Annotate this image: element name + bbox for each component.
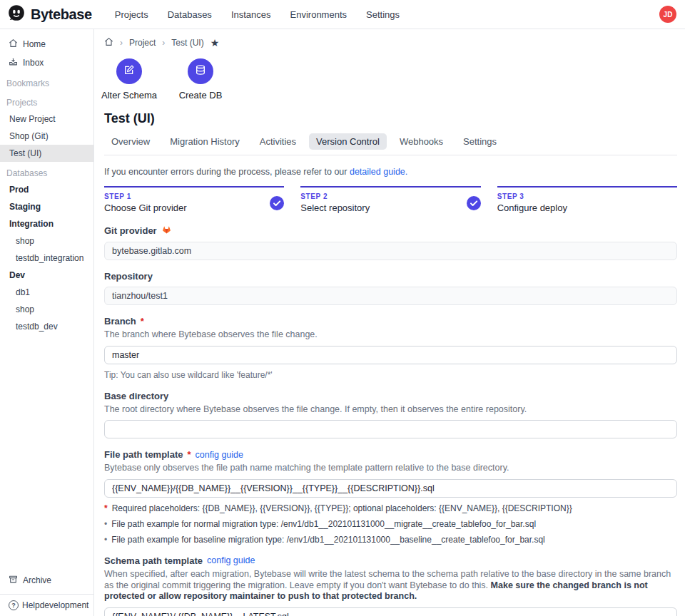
sidebar-item-shop-git[interactable]: Shop (Git)	[0, 128, 93, 145]
help-icon: ?	[9, 600, 19, 610]
schema-path-template-input[interactable]	[104, 607, 677, 616]
repository-field: Repository	[104, 271, 677, 305]
required-asterisk: *	[188, 449, 191, 460]
nav-projects[interactable]: Projects	[115, 9, 148, 20]
sidebar-home-label: Home	[23, 39, 46, 49]
step-1-label: STEP 1	[104, 192, 187, 200]
step-2: STEP 2 Select repository	[300, 186, 480, 213]
tab-bar: Overview Migration History Activities Ve…	[104, 133, 677, 155]
base-directory-input[interactable]	[104, 420, 677, 438]
environment-tag: development	[40, 600, 89, 610]
nav-databases[interactable]: Databases	[168, 9, 212, 20]
main-nav: Projects Databases Instances Environment…	[115, 9, 400, 20]
tab-version-control[interactable]: Version Control	[309, 133, 387, 150]
file-path-note-example-normal: • File path example for normal migration…	[104, 519, 677, 529]
base-directory-field: Base directory The root directory where …	[104, 391, 677, 439]
file-path-template-label: File path template	[104, 449, 183, 460]
help-label: Help	[22, 600, 40, 610]
guide-text: If you encounter errors during the proce…	[104, 167, 677, 177]
step-1: STEP 1 Choose Git provider	[104, 186, 284, 213]
step-2-label: STEP 2	[300, 192, 370, 200]
gitlab-icon	[161, 225, 172, 237]
nav-environments[interactable]: Environments	[290, 9, 347, 20]
user-avatar[interactable]: JD	[659, 6, 676, 23]
sidebar-item-archive[interactable]: Archive	[0, 571, 93, 590]
schema-path-template-field: Schema path template config guide When s…	[104, 555, 677, 616]
sidebar-env-prod[interactable]: Prod	[0, 181, 93, 198]
note-text: File path example for normal migration t…	[111, 519, 536, 529]
branch-field: Branch * The branch where Bytebase obser…	[104, 316, 677, 380]
step-3: STEP 3 Configure deploy	[497, 186, 677, 213]
help-button[interactable]: ? Help	[9, 600, 40, 610]
nav-instances[interactable]: Instances	[231, 9, 271, 20]
tab-webhooks[interactable]: Webhooks	[392, 133, 450, 150]
note-marker: *	[104, 503, 108, 513]
note-text: File path example for baseline migration…	[111, 535, 545, 545]
sidebar: Home Inbox Bookmarks Projects New Projec…	[0, 29, 94, 616]
file-path-note-required: * Required placeholders: {{DB_NAME}}, {{…	[104, 503, 677, 513]
sidebar-item-home[interactable]: Home	[0, 35, 93, 53]
breadcrumb-project[interactable]: Project	[129, 38, 156, 48]
step-1-title: Choose Git provider	[104, 202, 187, 213]
sidebar-db-testdb-dev[interactable]: testdb_dev	[0, 318, 93, 335]
base-directory-description: The root directory where Bytebase observ…	[104, 404, 677, 416]
sidebar-item-new-project[interactable]: New Project	[0, 111, 93, 128]
tab-overview[interactable]: Overview	[104, 133, 157, 150]
note-marker: •	[104, 535, 107, 545]
sidebar-db-shop-integration[interactable]: shop	[0, 232, 93, 250]
base-directory-label: Base directory	[104, 391, 168, 401]
step-2-check-icon	[467, 196, 481, 210]
top-nav: Bytebase Projects Databases Instances En…	[0, 0, 685, 29]
tab-settings[interactable]: Settings	[456, 133, 504, 150]
schema-path-template-description: When specified, after each migration, By…	[104, 569, 677, 602]
note-marker: •	[104, 519, 107, 529]
schema-path-config-guide-link[interactable]: config guide	[207, 555, 255, 565]
breadcrumb-separator: ›	[162, 38, 165, 48]
inbox-icon	[9, 57, 18, 68]
sidebar-item-inbox[interactable]: Inbox	[0, 53, 93, 72]
bytebase-logo[interactable]: Bytebase	[7, 4, 92, 25]
create-db-label: Create DB	[179, 90, 223, 101]
database-icon	[195, 64, 206, 78]
tab-migration-history[interactable]: Migration History	[163, 133, 247, 150]
sidebar-item-test-ui[interactable]: Test (UI)	[0, 145, 93, 162]
git-provider-field: Git provider	[104, 225, 677, 260]
detailed-guide-link[interactable]: detailed guide.	[350, 167, 407, 177]
alter-schema-label: Alter Schema	[101, 90, 157, 101]
sidebar-db-shop-dev[interactable]: shop	[0, 301, 93, 318]
branch-description: The branch where Bytebase observes the f…	[104, 329, 677, 341]
favorite-star-icon[interactable]: ★	[210, 38, 220, 48]
home-icon	[9, 38, 18, 50]
breadcrumb: › Project › Test (UI) ★	[104, 37, 677, 48]
breadcrumb-separator: ›	[120, 38, 123, 48]
branch-tip: Tip: You can also use wildcard like 'fea…	[104, 370, 677, 380]
sidebar-db-db1[interactable]: db1	[0, 284, 93, 301]
alter-schema-button[interactable]: Alter Schema	[104, 58, 154, 101]
repository-label: Repository	[104, 271, 153, 282]
sidebar-db-testdb-integration[interactable]: testdb_integration	[0, 250, 93, 267]
tab-activities[interactable]: Activities	[253, 133, 303, 150]
file-path-config-guide-link[interactable]: config guide	[196, 450, 243, 460]
quick-actions: Alter Schema Create DB	[104, 58, 677, 101]
required-asterisk: *	[141, 316, 144, 327]
file-path-template-input[interactable]	[104, 479, 677, 498]
sidebar-env-staging[interactable]: Staging	[0, 198, 93, 215]
branch-label: Branch	[104, 316, 136, 327]
schema-path-template-label: Schema path template	[104, 555, 203, 566]
branch-input[interactable]	[104, 346, 677, 364]
create-db-button[interactable]: Create DB	[176, 58, 225, 101]
sidebar-env-integration[interactable]: Integration	[0, 215, 93, 232]
sidebar-section-projects: Projects	[0, 91, 93, 111]
sidebar-env-dev[interactable]: Dev	[0, 267, 93, 284]
sidebar-section-databases: Databases	[0, 162, 93, 181]
git-provider-input[interactable]	[104, 242, 677, 260]
sidebar-archive-label: Archive	[23, 575, 51, 585]
sidebar-section-bookmarks: Bookmarks	[0, 72, 93, 91]
archive-icon	[9, 575, 18, 586]
repository-input[interactable]	[104, 287, 677, 305]
file-path-template-description: Bytebase only observes the file path nam…	[104, 463, 677, 474]
breadcrumb-current: Test (UI)	[171, 38, 203, 48]
nav-settings[interactable]: Settings	[366, 9, 400, 20]
breadcrumb-home-icon[interactable]	[104, 37, 113, 48]
brand-name: Bytebase	[31, 6, 92, 23]
